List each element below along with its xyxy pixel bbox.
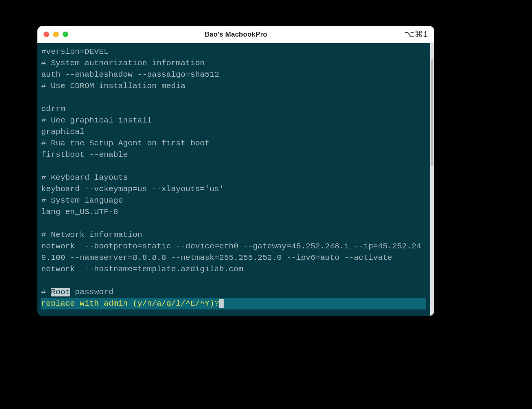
terminal-output[interactable]: #version=DEVEL# System authorization inf… xyxy=(37,43,430,316)
replace-prompt-text: replace with admin (y/n/a/q/l/^E/^Y)? xyxy=(41,298,219,309)
terminal-line: cdrrm xyxy=(41,103,426,115)
terminal-line: lang en_US.UTF-8 xyxy=(41,206,426,218)
zoom-button[interactable] xyxy=(63,32,68,37)
terminal-line: keyboard --vckeymap=us --xlayouts='us' xyxy=(41,184,426,195)
titlebar: Bao's MacbookPro ⌥⌘1 xyxy=(37,26,434,43)
terminal-line: graphical xyxy=(41,126,426,138)
terminal-line xyxy=(41,218,426,229)
terminal-line: # Uee graphical install xyxy=(41,115,426,126)
window-title: Bao's MacbookPro xyxy=(205,31,268,39)
terminal-line: # System language xyxy=(41,195,426,206)
terminal-line xyxy=(41,161,426,172)
scrollbar-vertical[interactable] xyxy=(430,43,434,316)
minimize-button[interactable] xyxy=(53,32,59,37)
terminal-line: # Rua the Setup Agent on first boot xyxy=(41,138,426,149)
text-prefix: # xyxy=(41,288,51,296)
terminal-line: # System authorization information xyxy=(41,58,426,69)
terminal-line-highlight: # Root password xyxy=(41,287,426,298)
terminal-line xyxy=(41,92,426,103)
scrollbar-thumb[interactable] xyxy=(431,59,433,166)
terminal-line: network --bootproto=static --device=eth0… xyxy=(41,241,426,264)
terminal-line: network --hostname=template.azdigilab.co… xyxy=(41,264,426,275)
terminal-area: #version=DEVEL# System authorization inf… xyxy=(37,43,434,316)
cursor xyxy=(219,299,224,308)
terminal-line xyxy=(41,275,426,287)
traffic-lights xyxy=(44,32,68,37)
tab-shortcut-label: ⌥⌘1 xyxy=(405,29,428,39)
replace-prompt[interactable]: replace with admin (y/n/a/q/l/^E/^Y)? xyxy=(41,298,426,309)
terminal-line: # Keyboard layouts xyxy=(41,172,426,184)
terminal-window: Bao's MacbookPro ⌥⌘1 #version=DEVEL# Sys… xyxy=(37,26,434,316)
terminal-line: # Network information xyxy=(41,229,426,241)
terminal-line: #version=DEVEL xyxy=(41,46,426,58)
terminal-line: firstboot --enable xyxy=(41,149,426,161)
terminal-line: auth --enableshadow --passalgo=sha512 xyxy=(41,69,426,81)
search-match-highlight: Root xyxy=(51,288,70,296)
text-suffix: password xyxy=(70,288,113,296)
terminal-line: # Use CDROM installation media xyxy=(41,81,426,92)
close-button[interactable] xyxy=(44,32,49,37)
